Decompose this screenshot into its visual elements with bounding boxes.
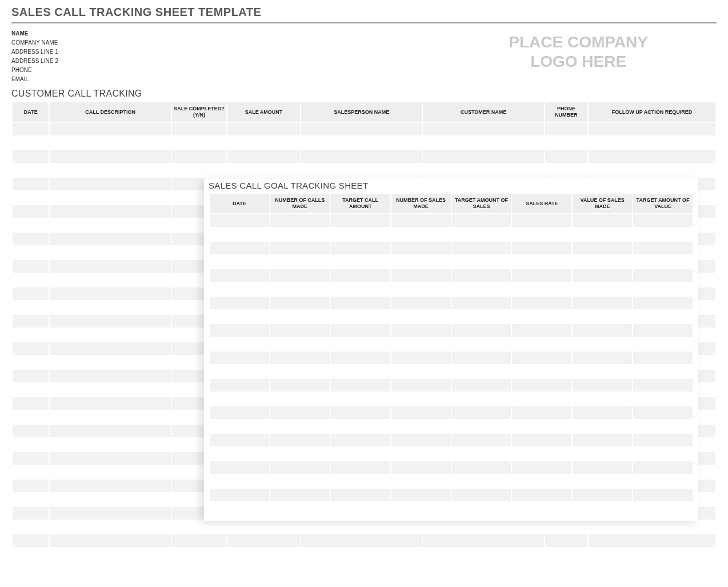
table-cell[interactable]: [512, 420, 571, 433]
table-cell[interactable]: [512, 448, 571, 460]
table-cell[interactable]: [391, 448, 451, 460]
table-cell[interactable]: [512, 269, 571, 282]
table-cell[interactable]: [512, 324, 571, 337]
table-cell[interactable]: [13, 301, 49, 314]
table-cell[interactable]: [13, 411, 49, 424]
table-cell[interactable]: [331, 406, 390, 419]
table-cell[interactable]: [331, 379, 390, 392]
table-cell[interactable]: [452, 420, 511, 433]
table-cell[interactable]: [391, 310, 451, 323]
table-cell[interactable]: [270, 365, 330, 378]
table-cell[interactable]: [545, 534, 587, 547]
table-cell[interactable]: [50, 534, 170, 547]
table-cell[interactable]: [331, 283, 390, 296]
table-cell[interactable]: [50, 301, 170, 314]
table-cell[interactable]: [545, 150, 587, 163]
table-cell[interactable]: [13, 493, 49, 506]
table-cell[interactable]: [13, 191, 49, 204]
table-cell[interactable]: [589, 150, 715, 163]
table-cell[interactable]: [423, 123, 543, 135]
table-cell[interactable]: [452, 448, 511, 460]
table-cell[interactable]: [633, 242, 693, 254]
table-cell[interactable]: [50, 521, 170, 533]
table-cell[interactable]: [13, 452, 49, 465]
table-cell[interactable]: [210, 283, 269, 296]
table-cell[interactable]: [589, 534, 715, 547]
table-cell[interactable]: [452, 379, 511, 392]
table-cell[interactable]: [452, 255, 511, 268]
table-cell[interactable]: [210, 434, 269, 446]
table-cell[interactable]: [331, 324, 390, 337]
table-cell[interactable]: [331, 448, 390, 460]
table-cell[interactable]: [210, 379, 269, 392]
table-cell[interactable]: [210, 406, 269, 419]
table-cell[interactable]: [227, 534, 300, 547]
table-cell[interactable]: [512, 489, 571, 501]
table-cell[interactable]: [512, 242, 571, 254]
table-cell[interactable]: [633, 475, 693, 488]
table-cell[interactable]: [633, 489, 693, 501]
table-cell[interactable]: [331, 393, 390, 405]
table-cell[interactable]: [50, 397, 170, 410]
table-cell[interactable]: [210, 310, 269, 323]
table-cell[interactable]: [210, 461, 269, 474]
table-cell[interactable]: [633, 365, 693, 378]
table-cell[interactable]: [331, 255, 390, 268]
table-cell[interactable]: [452, 352, 511, 364]
table-cell[interactable]: [391, 324, 451, 337]
table-cell[interactable]: [545, 137, 587, 149]
table-cell[interactable]: [512, 406, 571, 419]
table-cell[interactable]: [633, 448, 693, 460]
table-cell[interactable]: [573, 255, 632, 268]
table-cell[interactable]: [270, 379, 330, 392]
table-cell[interactable]: [270, 502, 330, 515]
table-cell[interactable]: [633, 502, 693, 515]
table-cell[interactable]: [573, 297, 632, 309]
table-cell[interactable]: [391, 283, 451, 296]
table-cell[interactable]: [301, 137, 422, 149]
table-cell[interactable]: [391, 406, 451, 419]
table-cell[interactable]: [391, 393, 451, 405]
table-cell[interactable]: [227, 123, 300, 135]
table-cell[interactable]: [573, 406, 632, 419]
table-cell[interactable]: [452, 502, 511, 515]
table-cell[interactable]: [391, 420, 451, 433]
table-cell[interactable]: [331, 365, 390, 378]
table-cell[interactable]: [512, 297, 571, 309]
table-cell[interactable]: [50, 480, 170, 492]
table-cell[interactable]: [512, 393, 571, 405]
table-cell[interactable]: [13, 123, 49, 135]
table-cell[interactable]: [452, 310, 511, 323]
table-cell[interactable]: [589, 164, 715, 177]
table-cell[interactable]: [50, 452, 170, 465]
table-cell[interactable]: [512, 214, 571, 227]
table-cell[interactable]: [573, 310, 632, 323]
table-cell[interactable]: [331, 461, 390, 474]
table-cell[interactable]: [391, 352, 451, 364]
table-cell[interactable]: [452, 269, 511, 282]
table-cell[interactable]: [270, 228, 330, 241]
table-cell[interactable]: [13, 438, 49, 451]
table-cell[interactable]: [391, 297, 451, 309]
table-cell[interactable]: [172, 164, 226, 177]
table-cell[interactable]: [50, 425, 170, 437]
table-cell[interactable]: [423, 534, 543, 547]
table-cell[interactable]: [573, 448, 632, 460]
table-cell[interactable]: [391, 214, 451, 227]
table-cell[interactable]: [512, 352, 571, 364]
table-cell[interactable]: [573, 434, 632, 446]
table-cell[interactable]: [633, 420, 693, 433]
table-cell[interactable]: [13, 329, 49, 341]
table-cell[interactable]: [423, 137, 543, 149]
table-cell[interactable]: [50, 411, 170, 424]
table-cell[interactable]: [573, 352, 632, 364]
table-cell[interactable]: [301, 534, 422, 547]
table-cell[interactable]: [633, 324, 693, 337]
table-cell[interactable]: [50, 438, 170, 451]
table-cell[interactable]: [50, 287, 170, 300]
table-cell[interactable]: [50, 466, 170, 478]
table-cell[interactable]: [633, 379, 693, 392]
table-cell[interactable]: [210, 489, 269, 501]
table-cell[interactable]: [573, 324, 632, 337]
table-cell[interactable]: [13, 466, 49, 478]
